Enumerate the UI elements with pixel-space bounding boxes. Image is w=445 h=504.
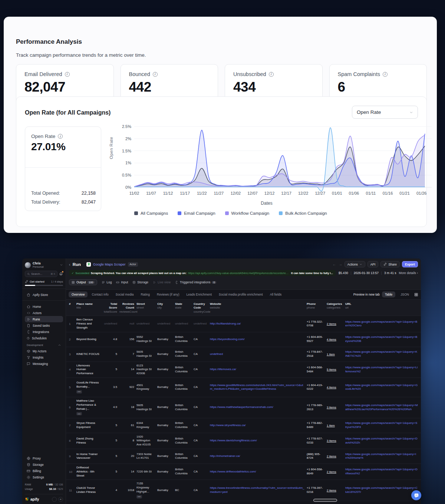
sidebar-item-settings[interactable]: Settings (25, 474, 63, 480)
filter-tab-leads-enrichment[interactable]: Leads Enrichment (184, 291, 215, 297)
maps-url-link[interactable]: https://www.google.com/maps/search/?api=… (345, 421, 418, 429)
expand-more-button[interactable]: ••• (76, 412, 82, 415)
maps-url-link[interactable]: https://www.google.com/maps/search/?api=… (345, 486, 418, 494)
filter-tab-social-media-profile-enrichment[interactable]: Social media profile enrichment (216, 291, 266, 297)
column-header-state[interactable]: Statestate (175, 302, 191, 310)
more-details-link[interactable]: More details › (399, 271, 418, 275)
filter-tab-social-media[interactable]: Social media (113, 291, 137, 297)
maps-url-link[interactable]: https://www.google.com/maps/search/?api=… (345, 403, 418, 412)
maps-url-link[interactable]: https://www.google.com/maps/search/?api=… (345, 437, 418, 445)
search-input[interactable]: Search... ⌘ K (25, 271, 57, 277)
filter-tab-all-fields[interactable]: All fields (267, 291, 285, 297)
sidebar-item-saved-tasks[interactable]: Saved tasks (25, 322, 63, 329)
sidebar-item-proxy[interactable]: Proxy (25, 455, 63, 461)
maps-url-link[interactable]: https://www.google.com/maps/search/?api=… (345, 320, 418, 328)
actor-link[interactable]: Google Maps Scraper (93, 263, 126, 266)
filter-tab-overview[interactable]: Overview (69, 291, 88, 297)
website-link[interactable]: https://beyondboxing.com/ (210, 337, 304, 342)
sidebar-item-insights[interactable]: Insights (25, 354, 63, 360)
maps-url-link[interactable]: https://www.google.com/maps/search/?api=… (345, 335, 418, 343)
tab-storage[interactable]: Storage (132, 280, 148, 284)
maps-url-link[interactable]: https://www.google.com/maps/search/?api=… (345, 350, 418, 358)
column-header-categories[interactable]: Categoriescategories (327, 302, 343, 310)
sidebar-item-messaging[interactable]: Messaging (25, 360, 63, 367)
share-button[interactable]: Share (380, 261, 400, 267)
expand-more-button[interactable]: ••• (136, 495, 142, 498)
website-link[interactable]: https://www.trevorlindenfitness.com/burn… (210, 486, 304, 494)
history-button[interactable] (52, 497, 57, 502)
notifications-button[interactable] (59, 272, 63, 276)
maps-url-link[interactable]: https://www.google.com/maps/search/?api=… (345, 383, 418, 392)
website-link[interactable]: https://www.driftwoodathletics.com/ (210, 470, 304, 474)
export-button[interactable]: Export (402, 261, 418, 267)
layout-icon[interactable] (414, 293, 418, 297)
website-link[interactable]: https://www.matthewliaoperformancerehab.… (210, 405, 304, 409)
map-link[interactable]: https://api.apify.com/v2/key-value-store… (188, 271, 290, 275)
categories-link[interactable]: 4 items (327, 338, 343, 341)
categories-link[interactable]: 2 items (327, 455, 343, 458)
categories-link[interactable]: 1 item (327, 424, 343, 427)
sidebar-item-apify-store[interactable]: Apify Store (25, 291, 63, 298)
sidebar-item-home[interactable]: Home (25, 303, 63, 310)
column-header-website[interactable]: Websitewebsite (210, 302, 304, 310)
column-header-countryCode[interactable]: Country CodecountryCode (194, 302, 208, 314)
column-header-totalScore[interactable]: Total ScoretotalScore (102, 302, 117, 314)
prev-run-arrow[interactable]: ← (333, 262, 336, 266)
tab-log[interactable]: Log (102, 280, 112, 284)
tab-triggered-integrations[interactable]: Triggered integrations0 (175, 280, 216, 284)
json-view-toggle[interactable]: JSON (398, 291, 412, 297)
categories-link[interactable]: 2 items (327, 470, 343, 474)
categories-link[interactable]: 5 items (327, 368, 343, 371)
column-header-street[interactable]: Streetstreet (136, 302, 155, 310)
collapse-sidebar-button[interactable]: « (58, 497, 63, 502)
column-header-phone[interactable]: Phonephone (307, 302, 324, 310)
metric-dropdown[interactable]: Open Rate (352, 106, 418, 119)
maps-url-link[interactable]: https://www.google.com/maps/search/?api=… (345, 468, 418, 476)
categories-link[interactable]: 1 item (327, 353, 343, 356)
chat-button[interactable] (411, 490, 421, 500)
maps-url-link[interactable]: https://www.google.com/maps/search/?api=… (345, 452, 418, 461)
tab-output[interactable]: Output100 (69, 279, 97, 285)
website-link[interactable]: http://inhometrainer.ca/ (210, 454, 304, 458)
website-link[interactable]: http://bcfitandstrong.ca/ (210, 322, 304, 326)
column-header-title[interactable]: Place nametitle (76, 302, 99, 310)
column-header-reviewsCount[interactable]: Reviews CountreviewsCount (119, 302, 134, 314)
horizontal-scrollbar[interactable] (313, 499, 337, 502)
table-view-toggle[interactable]: Table (382, 291, 395, 297)
preview-in-new-tab-link[interactable]: Preview in new tab (353, 293, 380, 296)
sidebar-item-integrations[interactable]: Integrations (25, 329, 63, 335)
column-header-url[interactable]: URLurl (345, 302, 418, 310)
categories-link[interactable]: 4 items (327, 386, 343, 389)
sidebar-item-storage[interactable]: Storage (25, 461, 63, 468)
maps-url-link[interactable]: https://www.google.com/maps/search/?api=… (345, 366, 418, 374)
categories-link[interactable]: 2 items (327, 489, 343, 492)
sidebar-item-my-actors[interactable]: My Actors (25, 348, 63, 354)
tab-live-view[interactable]: Live view (153, 280, 171, 284)
column-header-#[interactable]: # (69, 302, 74, 306)
sidebar-item-schedules[interactable]: Schedules (25, 335, 63, 341)
back-button[interactable]: ‹ (69, 262, 70, 267)
api-button[interactable]: API (367, 261, 379, 267)
website-link[interactable]: https://www.goodlifefitness.com/clubs/cl… (210, 383, 304, 392)
filter-tab-rating[interactable]: Rating (138, 291, 153, 297)
filter-tab-reviews-if-any-[interactable]: Reviews (if any) (154, 291, 182, 297)
place-name-cell: Matthew Liao Performance & Rehab |...••• (76, 399, 99, 416)
filter-tab-contact-info[interactable]: Contact info (89, 291, 111, 297)
website-link[interactable]: https://lifemoves.ca/ (210, 368, 304, 372)
account-switcher[interactable]: Chris Personal (25, 261, 63, 271)
categories-link[interactable]: 2 items (327, 322, 343, 326)
sidebar-section-development[interactable]: Development (25, 342, 63, 348)
sidebar-item-runs[interactable]: Runs (25, 316, 63, 322)
website-link[interactable]: http://www.stryvefitness.ca/ (210, 424, 304, 428)
website-link[interactable]: https://www.davidzhongfitness.com/ (210, 439, 304, 443)
sidebar-item-actors[interactable]: Actors (25, 310, 63, 316)
sidebar-item-billing[interactable]: Billing (25, 468, 63, 474)
next-run-arrow[interactable]: → (339, 262, 342, 266)
tab-input[interactable]: Input (116, 280, 128, 284)
categories-link[interactable]: 3 items (327, 439, 343, 442)
column-header-city[interactable]: Citycity (157, 302, 173, 310)
actions-button[interactable]: Actions (345, 261, 365, 267)
categories-link[interactable]: 3 items (327, 406, 343, 409)
expand-more-button[interactable]: ••• (76, 390, 82, 393)
get-started-widget[interactable]: Get started 1 / 4 steps (25, 280, 63, 286)
